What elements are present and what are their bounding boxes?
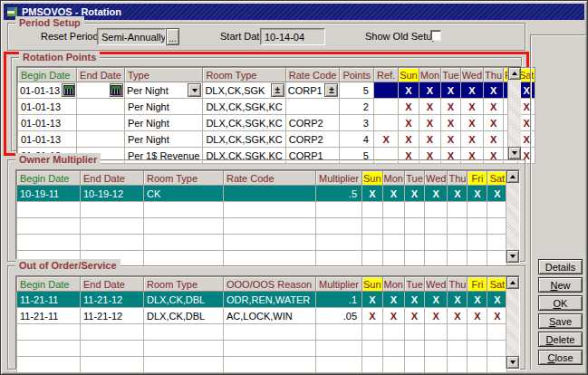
day-cell-wed[interactable]: X	[460, 115, 483, 131]
begin-date-cell[interactable]: 01-01-13	[18, 131, 77, 148]
button-new[interactable]: New	[538, 277, 583, 293]
begin-date-cell[interactable]: 01-01-13	[18, 99, 77, 115]
rate-code-cell[interactable]: CORP2	[285, 115, 340, 131]
ooo-grid-scroll-track[interactable]	[506, 289, 519, 356]
empty-cell[interactable]	[405, 357, 425, 373]
owner-grid-empty-row[interactable]	[17, 235, 507, 251]
day-cell-sat[interactable]: X	[487, 186, 507, 202]
day-cell-tue[interactable]: X	[405, 292, 425, 308]
owner-grid-empty-row[interactable]	[17, 202, 507, 218]
empty-cell[interactable]	[487, 251, 507, 267]
type-cell[interactable]: Per Night	[124, 115, 203, 131]
empty-cell[interactable]	[17, 218, 81, 235]
empty-cell[interactable]	[316, 251, 362, 267]
empty-cell[interactable]	[362, 202, 383, 218]
button-ok[interactable]: OK	[538, 295, 583, 311]
day-cell-mon[interactable]: X	[382, 308, 404, 324]
day-cell-tue[interactable]: X	[441, 82, 461, 99]
ooo-grid-empty-row[interactable]	[17, 341, 507, 357]
empty-cell[interactable]	[468, 357, 487, 373]
empty-cell[interactable]	[362, 324, 383, 341]
empty-cell[interactable]	[81, 218, 144, 235]
show-old-setup-checkbox[interactable]	[430, 30, 441, 41]
empty-cell[interactable]	[382, 341, 404, 357]
empty-cell[interactable]	[81, 341, 144, 357]
ref-cell[interactable]	[373, 82, 398, 99]
empty-cell[interactable]	[468, 218, 487, 235]
empty-cell[interactable]	[425, 218, 448, 235]
day-cell-fri[interactable]: X	[468, 308, 487, 324]
empty-cell[interactable]	[382, 235, 404, 251]
day-cell-wed[interactable]: X	[425, 308, 448, 324]
empty-cell[interactable]	[405, 324, 425, 341]
day-cell-sun[interactable]: X	[399, 99, 419, 115]
day-cell-thu[interactable]: X	[484, 82, 504, 99]
day-cell-thu[interactable]: X	[484, 131, 504, 148]
day-cell-thu[interactable]: X	[448, 308, 468, 324]
day-cell-mon[interactable]: X	[419, 131, 440, 148]
day-cell-tue[interactable]: X	[441, 115, 461, 131]
end-date-cell[interactable]	[77, 115, 125, 131]
empty-cell[interactable]	[425, 235, 448, 251]
empty-cell[interactable]	[144, 251, 224, 267]
points-cell[interactable]: 2	[340, 99, 374, 115]
rotation-row-4[interactable]: 01-01-13Per NightDLX,CK,SGK,KCCORP24XXXX…	[18, 131, 535, 148]
room-type-cell[interactable]: DLX,CK,SGK,KC	[203, 99, 285, 115]
button-delete[interactable]: Delete	[538, 332, 583, 347]
empty-cell[interactable]	[362, 251, 383, 267]
day-cell-wed[interactable]: X	[460, 82, 483, 99]
end-date-cell[interactable]	[77, 131, 125, 148]
day-cell-wed[interactable]: X	[425, 292, 448, 308]
begin-date-editor-calendar-button[interactable]	[62, 83, 75, 97]
begin-date-cell[interactable]: 11-21-11	[17, 308, 81, 324]
empty-cell[interactable]	[487, 324, 507, 341]
empty-cell[interactable]	[382, 202, 404, 218]
type-editor[interactable]: Per Night	[124, 82, 203, 99]
empty-cell[interactable]	[448, 341, 468, 357]
day-cell-thu[interactable]: X	[448, 186, 468, 202]
reason-cell[interactable]: ODR,REN,WATER	[224, 292, 316, 308]
rotation-grid-scrollbar[interactable]	[507, 67, 521, 159]
begin-date-cell[interactable]: 01-01-13	[18, 115, 77, 131]
room-type-cell[interactable]: DLX,CK,SGK,KC	[203, 131, 285, 148]
rate-code-cell[interactable]	[285, 99, 340, 115]
empty-cell[interactable]	[17, 341, 81, 357]
empty-cell[interactable]	[448, 218, 468, 235]
day-cell-sun[interactable]: X	[362, 308, 383, 324]
empty-cell[interactable]	[405, 202, 425, 218]
day-cell-mon[interactable]: X	[382, 186, 404, 202]
day-cell-tue[interactable]: X	[441, 99, 461, 115]
empty-cell[interactable]	[17, 235, 81, 251]
day-cell-sun[interactable]: X	[399, 82, 419, 99]
room-type-cell[interactable]: DLX,CK,DBL	[144, 308, 224, 324]
empty-cell[interactable]	[224, 324, 316, 341]
title-bar[interactable]: PMSOVOS - Rotation	[4, 4, 584, 20]
empty-cell[interactable]	[144, 202, 224, 218]
empty-cell[interactable]	[382, 218, 404, 235]
end-date-editor-calendar-button[interactable]	[110, 83, 123, 97]
multiplier-cell[interactable]: .5	[316, 186, 362, 202]
day-cell-sun[interactable]: X	[362, 292, 383, 308]
empty-cell[interactable]	[17, 202, 81, 218]
ref-cell[interactable]	[373, 99, 398, 115]
ooo-grid-scroll-up-button[interactable]	[506, 276, 519, 289]
empty-cell[interactable]	[448, 235, 468, 251]
empty-cell[interactable]	[487, 218, 507, 235]
day-cell-wed[interactable]: X	[425, 186, 448, 202]
rate-code-editor[interactable]: CORP1±	[285, 82, 340, 99]
rotation-grid-scroll-down-button[interactable]	[508, 147, 521, 159]
empty-cell[interactable]	[144, 341, 224, 357]
empty-cell[interactable]	[425, 357, 448, 373]
day-cell-tue[interactable]: X	[405, 308, 425, 324]
reset-period-field[interactable]: Semi-Annually	[97, 28, 166, 45]
empty-cell[interactable]	[144, 324, 224, 341]
empty-cell[interactable]	[362, 341, 383, 357]
multiplier-cell[interactable]: .05	[316, 308, 362, 324]
empty-cell[interactable]	[405, 218, 425, 235]
empty-cell[interactable]	[425, 202, 448, 218]
empty-cell[interactable]	[316, 357, 362, 373]
owner-grid-scroll-up-button[interactable]	[506, 170, 519, 183]
empty-cell[interactable]	[468, 251, 487, 267]
end-date-cell[interactable]	[77, 99, 125, 115]
empty-cell[interactable]	[425, 341, 448, 357]
